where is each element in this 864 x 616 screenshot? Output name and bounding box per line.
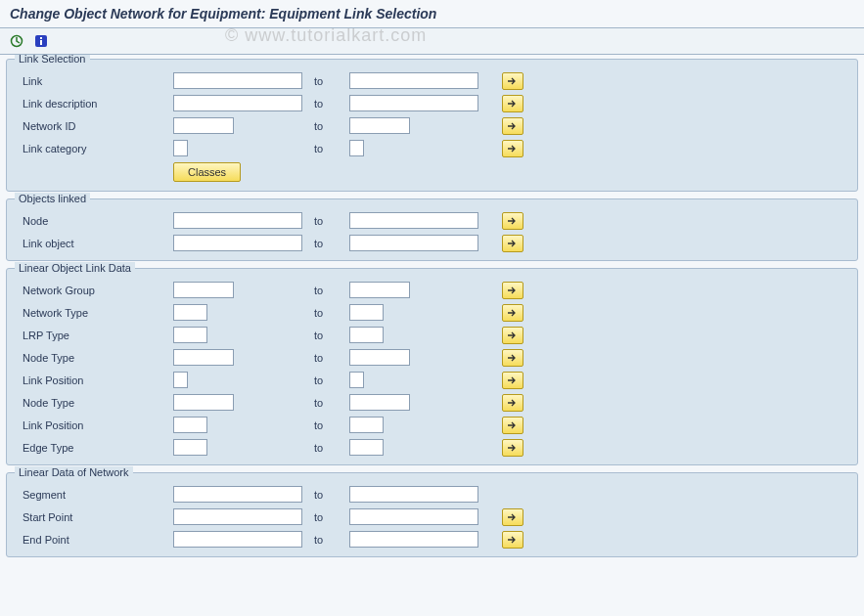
label-network-type: Network Type [15,307,173,319]
input-link-pos2-from[interactable] [173,417,207,433]
label-to: to [310,330,349,341]
multiple-selection-button[interactable] [502,72,523,90]
input-link-cat-to[interactable] [349,140,364,156]
input-network-id-from[interactable] [173,117,234,134]
label-node: Node [15,215,173,227]
input-segment-to[interactable] [349,486,478,503]
group-linear-data-of-network: Linear Data of Network Segment to Start … [6,472,858,557]
multiple-selection-button[interactable] [502,394,523,412]
multiple-selection-button[interactable] [502,304,523,322]
row-node: Node to [15,209,849,232]
page-title: Change Object Network for Equipment: Equ… [0,0,864,28]
input-network-type-from[interactable] [173,304,207,321]
input-start-point-to[interactable] [349,508,478,525]
input-link-desc-to[interactable] [349,95,478,111]
input-end-point-to[interactable] [349,531,478,548]
multiple-selection-button[interactable] [502,212,523,230]
multiple-selection-button[interactable] [502,349,523,367]
label-edge-type: Edge Type [15,442,173,454]
input-link-pos1-to[interactable] [349,372,364,388]
input-node-type2-to[interactable] [349,394,410,411]
group-title: Linear Data of Network [15,466,133,478]
row-segment: Segment to [15,483,849,506]
input-node-to[interactable] [349,212,478,229]
group-objects-linked: Objects linked Node to Link object to [6,198,858,261]
input-start-point-from[interactable] [173,508,302,525]
multiple-selection-button[interactable] [502,531,523,549]
input-end-point-from[interactable] [173,531,302,548]
input-network-type-to[interactable] [349,304,384,321]
label-link-cat: Link category [15,143,173,154]
row-network-group: Network Group to [15,279,849,301]
input-edge-type-from[interactable] [173,439,207,456]
label-start-point: Start Point [15,511,173,523]
label-link-position: Link Position [15,374,173,386]
input-lrp-type-to[interactable] [349,327,384,343]
row-node-type-1: Node Type to [15,346,849,369]
label-segment: Segment [15,489,173,501]
multiple-selection-button[interactable] [502,282,523,299]
label-to: to [310,489,349,501]
input-link-pos1-from[interactable] [173,372,188,388]
input-segment-from[interactable] [173,486,302,503]
input-node-type1-to[interactable] [349,349,410,366]
group-title: Objects linked [15,193,90,204]
classes-button[interactable]: Classes [173,162,241,182]
row-link: Link to [15,69,849,92]
label-to: to [310,397,349,409]
row-network-type: Network Type to [15,301,849,324]
input-network-id-to[interactable] [349,117,410,134]
label-link-object: Link object [15,238,173,249]
label-node-type: Node Type [15,352,173,364]
row-link-object: Link object to [15,232,849,254]
multiple-selection-button[interactable] [502,508,523,526]
row-link-category: Link category to [15,137,849,159]
input-edge-type-to[interactable] [349,439,384,456]
group-title: Link Selection [15,55,90,65]
multiple-selection-button[interactable] [502,327,523,344]
input-node-from[interactable] [173,212,302,229]
label-link: Link [15,75,173,87]
label-node-type: Node Type [15,397,173,409]
input-link-object-from[interactable] [173,235,302,251]
group-title: Linear Object Link Data [15,262,135,274]
input-link-to[interactable] [349,72,478,89]
row-end-point: End Point to [15,528,849,550]
multiple-selection-button[interactable] [502,140,523,157]
input-node-type2-from[interactable] [173,394,234,411]
input-link-from[interactable] [173,72,302,89]
label-network-id: Network ID [15,120,173,132]
input-network-group-to[interactable] [349,282,410,298]
label-to: to [310,285,349,296]
multiple-selection-button[interactable] [502,95,523,112]
label-to: to [310,98,349,110]
multiple-selection-button[interactable] [502,417,523,434]
input-link-cat-from[interactable] [173,140,188,156]
multiple-selection-button[interactable] [502,117,523,135]
input-link-pos2-to[interactable] [349,417,384,433]
input-network-group-from[interactable] [173,282,234,298]
content-area: Link Selection Link to Link description … [0,55,864,616]
multiple-selection-button[interactable] [502,372,523,389]
multiple-selection-button[interactable] [502,235,523,252]
svg-rect-3 [40,40,42,45]
input-lrp-type-from[interactable] [173,327,207,343]
label-to: to [310,534,349,546]
label-to: to [310,419,349,431]
label-network-group: Network Group [15,285,173,296]
label-to: to [310,374,349,386]
input-link-object-to[interactable] [349,235,478,251]
row-start-point: Start Point to [15,506,849,528]
label-to: to [310,75,349,87]
label-to: to [310,307,349,319]
group-link-selection: Link Selection Link to Link description … [6,59,858,192]
label-to: to [310,143,349,154]
label-to: to [310,238,349,249]
label-to: to [310,120,349,132]
input-node-type1-from[interactable] [173,349,234,366]
info-icon[interactable] [31,32,51,50]
multiple-selection-button[interactable] [502,439,523,457]
input-link-desc-from[interactable] [173,95,302,111]
execute-icon[interactable] [8,32,27,50]
row-network-id: Network ID to [15,114,849,137]
